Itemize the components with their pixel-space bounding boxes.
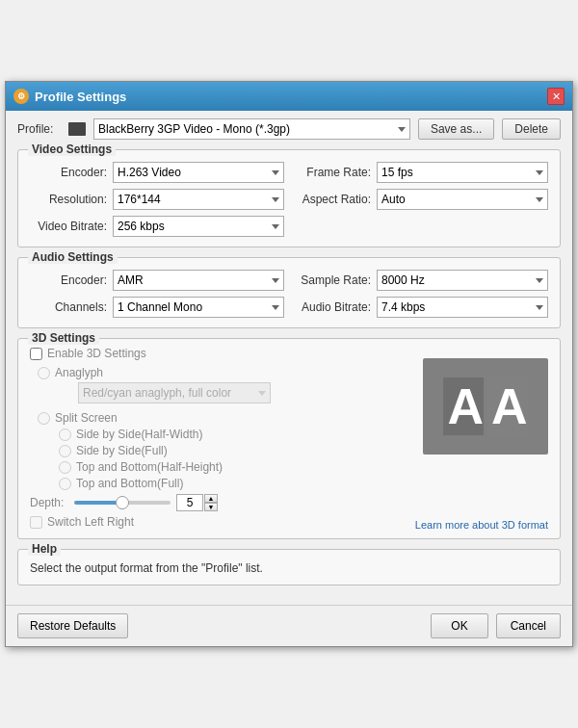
3d-preview-box: AA: [423, 358, 548, 455]
save-as-button[interactable]: Save as...: [418, 118, 494, 140]
top-bottom-full-radio[interactable]: [59, 478, 71, 490]
channels-select[interactable]: 1 Channel Mono: [113, 297, 284, 318]
side-by-side-half-radio[interactable]: [59, 429, 71, 441]
dialog-title: Profile Settings: [35, 90, 126, 104]
resolution-row: Resolution: 176*144: [30, 189, 284, 210]
preview-letter-a1: A: [443, 377, 484, 435]
depth-value-input[interactable]: [176, 494, 203, 511]
encoder-row: Encoder: H.263 Video: [30, 162, 284, 183]
switch-left-right-label: Switch Left Right: [47, 515, 134, 529]
sample-rate-row: Sample Rate: 8000 Hz: [294, 270, 548, 291]
audio-encoder-label: Encoder:: [30, 273, 107, 287]
close-button[interactable]: ✕: [547, 88, 565, 105]
preview-letter-a2: A: [487, 377, 528, 435]
audio-bitrate-label: Audio Bitrate:: [294, 300, 371, 314]
audio-settings-section: Audio Settings Encoder: AMR Sample Rate:…: [17, 257, 561, 328]
side-by-side-full-label: Side by Side(Full): [76, 444, 168, 457]
video-bitrate-label: Video Bitrate:: [30, 220, 107, 233]
anaglyph-label: Anaglyph: [55, 366, 103, 379]
resolution-select[interactable]: 176*144: [113, 189, 284, 210]
profile-row: Profile: BlackBerry 3GP Video - Mono (*.…: [17, 118, 561, 140]
side-by-side-half-label: Side by Side(Half-Width): [76, 428, 202, 441]
video-bitrate-row: Video Bitrate: 256 kbps: [30, 216, 284, 237]
title-bar: ⚙ Profile Settings ✕: [6, 82, 572, 111]
cancel-button[interactable]: Cancel: [496, 613, 561, 638]
settings-3d-section: 3D Settings Enable 3D Settings AA Anagly…: [17, 338, 561, 539]
depth-label: Depth:: [30, 496, 68, 509]
top-bottom-half-row: Top and Bottom(Half-Height): [59, 460, 548, 474]
frame-rate-select[interactable]: 15 fps: [377, 162, 548, 183]
channels-row: Channels: 1 Channel Mono: [30, 297, 284, 318]
depth-spinner-arrows: ▲ ▼: [204, 494, 218, 511]
settings-3d-title: 3D Settings: [28, 331, 99, 345]
profile-device-icon: [68, 122, 86, 136]
preview-aa-display: AA: [443, 377, 527, 435]
ok-button[interactable]: OK: [431, 613, 487, 638]
profile-label: Profile:: [17, 122, 61, 136]
frame-rate-label: Frame Rate:: [294, 166, 371, 179]
audio-settings-grid: Encoder: AMR Sample Rate: 8000 Hz Channe…: [30, 270, 548, 318]
dialog-footer: Restore Defaults OK Cancel: [6, 605, 572, 646]
depth-slider[interactable]: [74, 501, 171, 505]
split-screen-radio[interactable]: [38, 412, 50, 425]
delete-button[interactable]: Delete: [502, 118, 561, 140]
side-by-side-full-radio[interactable]: [59, 445, 71, 457]
audio-encoder-row: Encoder: AMR: [30, 270, 284, 291]
dialog-body: Profile: BlackBerry 3GP Video - Mono (*.…: [6, 111, 572, 605]
top-bottom-half-radio[interactable]: [59, 461, 71, 474]
depth-row: Depth: ▲ ▼: [30, 494, 548, 511]
depth-down-button[interactable]: ▼: [204, 503, 218, 511]
audio-bitrate-row: Audio Bitrate: 7.4 kbps: [294, 297, 548, 318]
video-settings-grid: Encoder: H.263 Video Frame Rate: 15 fps …: [30, 162, 548, 237]
sample-rate-label: Sample Rate:: [294, 273, 371, 287]
depth-spinner: ▲ ▼: [176, 494, 218, 511]
audio-settings-title: Audio Settings: [28, 250, 118, 264]
learn-more-link[interactable]: Learn more about 3D format: [415, 519, 548, 531]
depth-up-button[interactable]: ▲: [204, 494, 218, 503]
enable-3d-checkbox[interactable]: [30, 348, 42, 360]
video-settings-title: Video Settings: [28, 143, 116, 156]
profile-settings-dialog: ⚙ Profile Settings ✕ Profile: BlackBerry…: [5, 81, 573, 647]
anaglyph-radio[interactable]: [38, 367, 50, 379]
video-bitrate-select[interactable]: 256 kbps: [113, 216, 284, 237]
aspect-ratio-label: Aspect Ratio:: [294, 193, 371, 206]
channels-label: Channels:: [30, 300, 107, 314]
help-section: Help Select the output format from the "…: [17, 549, 561, 585]
top-bottom-full-row: Top and Bottom(Full): [59, 477, 548, 490]
split-screen-label: Split Screen: [55, 411, 118, 425]
audio-bitrate-select[interactable]: 7.4 kbps: [377, 297, 548, 318]
title-bar-left: ⚙ Profile Settings: [13, 89, 126, 104]
aspect-ratio-row: Aspect Ratio: Auto: [294, 189, 548, 210]
help-text: Select the output format from the "Profi…: [30, 561, 548, 575]
top-bottom-full-label: Top and Bottom(Full): [76, 477, 183, 490]
audio-encoder-select[interactable]: AMR: [113, 270, 284, 291]
aspect-ratio-select[interactable]: Auto: [377, 189, 548, 210]
frame-rate-row: Frame Rate: 15 fps: [294, 162, 548, 183]
help-title: Help: [28, 542, 61, 556]
resolution-label: Resolution:: [30, 193, 107, 206]
sample-rate-select[interactable]: 8000 Hz: [377, 270, 548, 291]
footer-right-buttons: OK Cancel: [431, 613, 561, 638]
app-icon: ⚙: [13, 89, 29, 104]
profile-select[interactable]: BlackBerry 3GP Video - Mono (*.3gp): [93, 118, 410, 140]
restore-defaults-button[interactable]: Restore Defaults: [17, 613, 128, 638]
switch-left-right-checkbox[interactable]: [30, 516, 42, 529]
encoder-label: Encoder:: [30, 166, 107, 179]
enable-3d-label: Enable 3D Settings: [47, 347, 146, 360]
encoder-select[interactable]: H.263 Video: [113, 162, 284, 183]
anaglyph-select[interactable]: Red/cyan anaglyph, full color: [78, 382, 271, 403]
video-settings-section: Video Settings Encoder: H.263 Video Fram…: [17, 149, 561, 247]
top-bottom-half-label: Top and Bottom(Half-Height): [76, 460, 223, 474]
